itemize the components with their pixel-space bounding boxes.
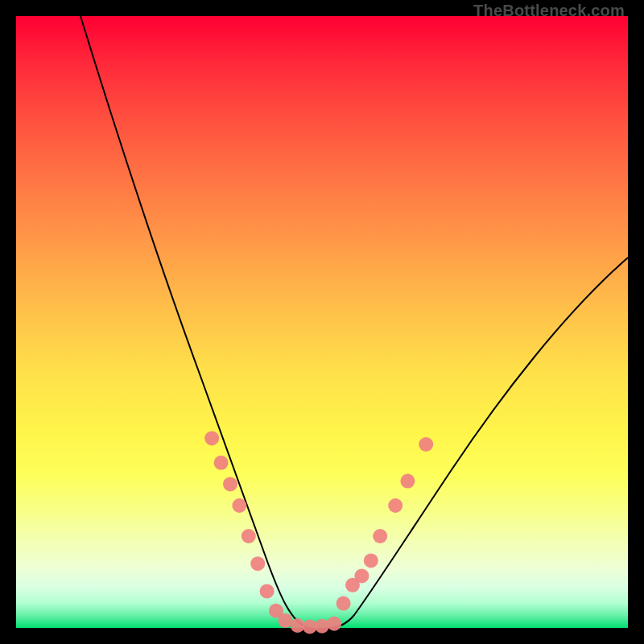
data-marker <box>373 529 387 543</box>
marker-group <box>204 431 433 634</box>
data-marker <box>364 553 378 568</box>
data-marker <box>242 529 256 543</box>
chart-root: TheBottleneck.com <box>0 0 644 644</box>
data-marker <box>315 619 329 634</box>
data-marker <box>204 431 219 445</box>
data-marker <box>291 618 305 633</box>
data-marker <box>250 556 265 571</box>
curve-layer <box>16 16 628 628</box>
data-marker <box>336 597 351 611</box>
data-marker <box>419 437 433 452</box>
left-branch-curve <box>80 16 328 629</box>
data-marker <box>232 498 246 513</box>
data-marker <box>400 474 415 489</box>
data-marker <box>260 584 275 598</box>
data-marker <box>223 477 237 491</box>
right-branch-curve <box>328 258 628 628</box>
data-marker <box>354 568 369 583</box>
data-marker <box>327 617 341 631</box>
data-marker <box>388 498 402 513</box>
data-marker <box>214 456 229 470</box>
